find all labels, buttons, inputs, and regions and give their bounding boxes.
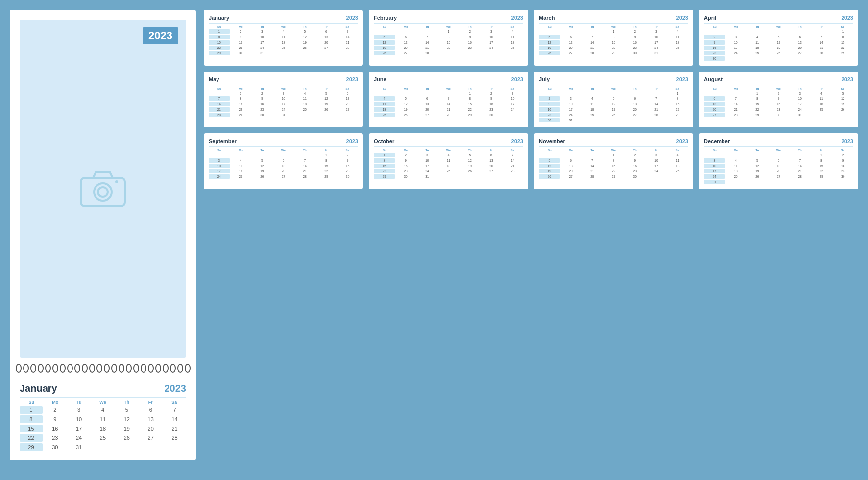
day-cell: 8 (667, 96, 688, 101)
dow-cell: Sa (832, 25, 853, 28)
day-cell: 24 (416, 169, 437, 173)
day-cell: 19 (294, 40, 315, 45)
day-cell: 9 (768, 96, 789, 101)
day-cell: 16 (625, 40, 646, 45)
day-cell: 19 (539, 169, 560, 173)
day-cell: 14 (294, 164, 315, 168)
day-cell: 23 (768, 107, 789, 112)
day-cell: 3 (725, 35, 747, 39)
day-cell: 17 (646, 164, 667, 168)
day-cell: 15 (374, 164, 395, 168)
day-cell: 11 (747, 40, 768, 45)
day-cell: 19 (603, 107, 624, 112)
day-cell: 28 (725, 113, 747, 117)
day-cell: 3 (209, 158, 230, 163)
cover-january-calendar: January 2023 SuMoTuWeThFrSa1234567891011… (10, 379, 196, 460)
day-cell (725, 153, 747, 157)
day-cell: 20 (790, 46, 811, 50)
day-cell (667, 174, 688, 179)
day-cell: 1 (667, 91, 688, 96)
day-cell: 20 (481, 164, 502, 168)
day-cell: 5 (603, 96, 624, 101)
dow-cell: Su (374, 87, 395, 90)
cover-day-cell: 28 (163, 434, 186, 442)
day-cell: 18 (667, 164, 688, 168)
cover-day-cell: 10 (68, 415, 91, 423)
day-cell: 30 (230, 51, 251, 55)
day-cell: 5 (294, 29, 315, 34)
dow-cell: Mo (395, 87, 417, 90)
cover-dow-cell: Fr (139, 400, 163, 405)
day-cell: 8 (316, 158, 337, 163)
cover-day-cell: 15 (20, 425, 43, 432)
day-cell (646, 91, 667, 96)
day-cell: 29 (832, 51, 853, 55)
dow-cell: Tu (581, 149, 603, 152)
day-cell: 13 (768, 164, 789, 168)
day-cell: 22 (832, 46, 853, 50)
day-cell: 10 (704, 164, 725, 168)
day-cell: 4 (725, 158, 747, 163)
day-cell (667, 51, 688, 55)
dow-cell: Fr (315, 149, 337, 152)
day-cell: 6 (704, 96, 725, 101)
day-cell (811, 180, 832, 184)
dow-cell: Su (539, 87, 560, 90)
cover-day-cell: 2 (44, 406, 67, 414)
month-name: February (374, 15, 397, 21)
day-cell: 7 (811, 35, 832, 39)
day-cell (811, 29, 832, 34)
day-cell (230, 153, 251, 157)
day-cell: 23 (337, 169, 358, 173)
day-cell (747, 180, 768, 184)
day-cell: 9 (337, 158, 358, 163)
day-cell: 16 (459, 40, 481, 45)
day-cell: 30 (704, 56, 725, 61)
dow-cell: Sa (502, 149, 523, 152)
day-cell: 22 (374, 169, 395, 173)
cover-day-cell (163, 443, 186, 451)
month-year: 2023 (842, 15, 853, 21)
day-cell (790, 153, 811, 157)
day-cell: 6 (337, 91, 358, 96)
day-cell: 26 (374, 51, 395, 55)
dow-cell: Tu (416, 87, 438, 90)
dow-cell: We (768, 87, 790, 90)
day-cell: 5 (539, 158, 560, 163)
day-cell: 22 (747, 107, 768, 112)
dow-cell: We (273, 25, 294, 28)
day-cell: 26 (539, 174, 560, 179)
day-cell: 8 (374, 158, 395, 163)
day-cell (416, 91, 437, 96)
dow-cell: We (273, 87, 294, 90)
day-cell: 28 (209, 113, 230, 117)
day-cell: 20 (416, 107, 437, 112)
dow-cell: We (603, 25, 625, 28)
day-cell: 10 (273, 96, 294, 101)
day-cell: 27 (481, 169, 502, 173)
month-name: December (704, 138, 730, 144)
day-cell (790, 180, 811, 184)
day-cell: 9 (395, 158, 416, 163)
day-cell: 11 (273, 35, 294, 39)
day-cell (502, 51, 523, 55)
day-cell: 20 (625, 107, 646, 112)
svg-rect-0 (81, 178, 125, 206)
day-cell (209, 91, 230, 96)
day-cell: 17 (416, 164, 437, 168)
day-cell: 11 (667, 158, 688, 163)
day-cell (273, 153, 294, 157)
day-cell: 26 (539, 51, 560, 55)
dow-cell: Fr (481, 149, 502, 152)
day-cell: 10 (416, 158, 437, 163)
day-cell: 29 (747, 113, 768, 117)
day-cell: 28 (581, 51, 603, 55)
dow-cell: Su (704, 149, 725, 152)
day-cell (481, 174, 502, 179)
dow-cell: Th (294, 25, 315, 28)
day-cell: 19 (832, 102, 853, 106)
day-cell: 15 (603, 164, 624, 168)
day-cell: 12 (539, 40, 560, 45)
day-cell: 29 (459, 113, 481, 117)
cover-day-cell: 19 (115, 425, 138, 432)
